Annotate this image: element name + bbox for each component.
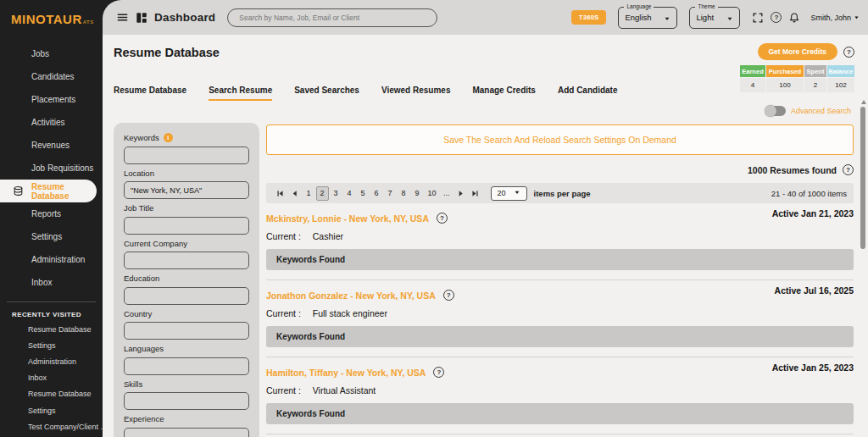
sidebar: MINOTAURATS Jobs Candidates Placements A… [0, 0, 103, 437]
recent-item[interactable]: Inbox [0, 370, 103, 386]
sidebar-item-resume-database[interactable]: Resume Database [0, 180, 97, 202]
global-search-input[interactable] [227, 8, 437, 27]
page-number[interactable]: 5 [357, 186, 370, 201]
advanced-search-label: Advanced Search [791, 107, 851, 115]
tab-manage-credits[interactable]: Manage Credits [472, 86, 535, 101]
brand-name: MINOTAUR [11, 12, 82, 26]
page-title: Resume Database [114, 46, 220, 59]
candidate-help-icon[interactable]: ? [443, 290, 454, 301]
credits-value-spent: 2 [804, 78, 826, 92]
next-page-button[interactable] [453, 190, 468, 197]
current-position: Full stack engineer [313, 308, 387, 318]
sidebar-item-label: Placements [31, 95, 75, 104]
resumes-found-help-icon[interactable]: ? [843, 164, 854, 175]
job-title-input[interactable] [124, 217, 249, 235]
sidebar-item-inbox[interactable]: Inbox [0, 271, 103, 294]
sidebar-item-placements[interactable]: Placements [0, 88, 103, 111]
previous-page-button[interactable] [287, 190, 302, 197]
page-number[interactable]: 9 [411, 186, 424, 201]
current-company-input[interactable] [124, 252, 249, 269]
page-number[interactable]: 10 [425, 186, 440, 201]
credits-header-earned: Earned [740, 65, 765, 77]
result-row: Jonathon Gonzalez - New York, NY, USA ? … [266, 280, 854, 357]
scroll-up-arrow-icon[interactable] [861, 100, 866, 104]
filter-label-current-company: Current Company [124, 239, 187, 248]
recent-item[interactable]: Resume Database [0, 321, 103, 337]
page-number[interactable]: 6 [370, 186, 383, 201]
page-size-select[interactable]: 20 [491, 186, 527, 201]
candidate-name-link[interactable]: Mckinstry, Lonnie - New York, NY, USA [266, 213, 429, 224]
envelope-icon [13, 277, 24, 288]
page-number[interactable]: 7 [384, 186, 397, 201]
gear-icon [13, 231, 24, 242]
candidate-name-link[interactable]: Jonathon Gonzalez - New York, NY, USA [266, 290, 436, 301]
recent-item[interactable]: Settings [0, 402, 103, 418]
hamburger-menu-icon[interactable] [116, 11, 129, 24]
keywords-input[interactable] [124, 147, 249, 164]
user-menu[interactable]: Smith, John [810, 14, 860, 22]
first-page-button[interactable] [273, 190, 287, 197]
country-input[interactable] [124, 322, 249, 340]
credits-value-earned: 4 [740, 78, 765, 92]
keywords-found-bar[interactable]: Keywords Found [266, 326, 854, 347]
sidebar-item-settings[interactable]: Settings [0, 225, 103, 248]
scrollbar-thumb[interactable] [860, 107, 865, 249]
tab-resume-database[interactable]: Resume Database [114, 86, 186, 101]
education-input[interactable] [124, 287, 249, 305]
content-area: Resume Database Get More Credits ? Earne… [103, 35, 868, 437]
theme-select[interactable]: Theme Light [689, 7, 740, 29]
tenant-badge[interactable]: T360S [571, 10, 607, 25]
person-check-icon [13, 94, 24, 105]
sidebar-item-label: Inbox [31, 278, 52, 287]
credits-help-icon[interactable]: ? [843, 47, 854, 58]
filter-label-languages: Languages [124, 344, 164, 353]
credits-header-balance: Balance [827, 65, 854, 77]
sidebar-item-administration[interactable]: Administration [0, 248, 103, 271]
dashboard-grid-icon[interactable] [136, 12, 147, 24]
tab-add-candidate[interactable]: Add Candidate [558, 86, 618, 101]
tab-search-resume[interactable]: Search Resume [209, 86, 272, 101]
languages-input[interactable] [124, 357, 249, 375]
notifications-bell-icon[interactable] [788, 12, 800, 24]
vertical-scrollbar[interactable] [860, 100, 866, 435]
sidebar-item-job-requisitions[interactable]: Job Requisitions [0, 157, 103, 180]
chart-icon [13, 208, 24, 219]
page-number[interactable]: 3 [330, 186, 342, 201]
filter-label-job-title: Job Title [124, 203, 153, 213]
sidebar-item-revenues[interactable]: Revenues [0, 134, 103, 157]
experience-input[interactable] [124, 428, 249, 437]
sidebar-item-reports[interactable]: Reports [0, 202, 103, 225]
get-more-credits-button[interactable]: Get More Credits [758, 43, 838, 60]
advanced-search-toggle[interactable] [765, 106, 786, 116]
keywords-found-bar[interactable]: Keywords Found [266, 249, 854, 270]
recent-item[interactable]: Resume Database [0, 386, 103, 402]
candidate-name-link[interactable]: Hamilton, Tiffany - New York, NY, USA [266, 368, 426, 378]
last-page-button[interactable] [468, 190, 482, 197]
save-search-banner[interactable]: Save The Search And Reload Search Settin… [266, 124, 854, 155]
sidebar-item-activities[interactable]: Activities [0, 111, 103, 134]
calendar-icon [13, 117, 24, 128]
info-icon[interactable]: i [164, 133, 173, 142]
recent-item[interactable]: Test Company/Client ... [0, 418, 103, 434]
page-number-active[interactable]: 2 [316, 186, 329, 201]
page-number[interactable]: 8 [398, 186, 410, 201]
candidate-help-icon[interactable]: ? [433, 367, 444, 378]
sidebar-item-label: Candidates [31, 72, 75, 81]
help-icon[interactable]: ? [771, 12, 782, 23]
recent-item[interactable]: Settings [0, 337, 103, 353]
sidebar-item-candidates[interactable]: Candidates [0, 65, 103, 88]
fullscreen-icon[interactable] [752, 12, 764, 24]
location-input[interactable] [124, 181, 249, 199]
language-select[interactable]: Language English [618, 7, 677, 29]
page-number[interactable]: 4 [343, 186, 356, 201]
tab-saved-searches[interactable]: Saved Searches [294, 86, 359, 101]
candidate-help-icon[interactable]: ? [437, 213, 448, 224]
sidebar-item-label: Settings [31, 232, 62, 241]
skills-input[interactable] [124, 392, 249, 410]
recent-item[interactable]: Administration [0, 353, 103, 369]
keywords-found-bar[interactable]: Keywords Found [266, 403, 854, 424]
brand-logo[interactable]: MINOTAURATS [0, 0, 103, 35]
page-number[interactable]: 1 [303, 186, 315, 201]
sidebar-item-jobs[interactable]: Jobs [0, 42, 103, 65]
tab-viewed-resumes[interactable]: Viewed Resumes [381, 86, 451, 101]
